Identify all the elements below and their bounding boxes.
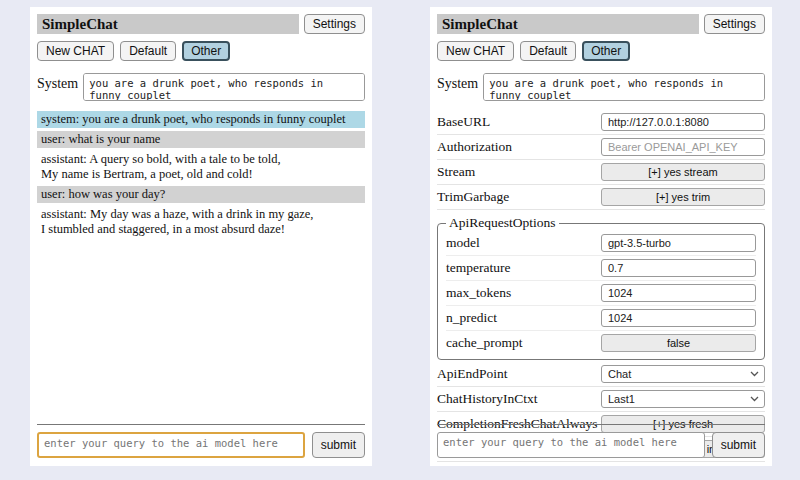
setting-row-api-endpoint: ApiEndPoint Chat bbox=[437, 362, 765, 387]
setting-label-trimgarbage: TrimGarbage bbox=[437, 189, 509, 205]
session-tab-default[interactable]: Default bbox=[520, 41, 576, 61]
setting-row-stream: Stream [+] yes stream bbox=[437, 160, 765, 185]
submit-button[interactable]: submit bbox=[312, 432, 365, 458]
chat-message-user: user: how was your day? bbox=[37, 186, 365, 203]
header: SimpleChat Settings bbox=[437, 14, 765, 34]
authorization-input[interactable] bbox=[601, 138, 765, 156]
settings-button[interactable]: Settings bbox=[304, 14, 365, 34]
system-prompt-input[interactable]: you are a drunk poet, who responds in fu… bbox=[83, 73, 365, 101]
setting-row-temperature: temperature bbox=[446, 256, 756, 281]
chat-message-assistant: assistant: My day was a haze, with a dri… bbox=[37, 206, 365, 238]
setting-label-chat-history: ChatHistoryInCtxt bbox=[437, 391, 538, 407]
header: SimpleChat Settings bbox=[37, 14, 365, 34]
setting-row-chat-history: ChatHistoryInCtxt Last1 bbox=[437, 387, 765, 412]
session-tab-other[interactable]: Other bbox=[182, 41, 230, 61]
system-prompt-row: System you are a drunk poet, who respond… bbox=[37, 73, 365, 101]
setting-label-api-endpoint: ApiEndPoint bbox=[437, 366, 508, 382]
chat-history-select[interactable]: Last1 bbox=[601, 390, 765, 408]
api-endpoint-select[interactable]: Chat bbox=[601, 365, 765, 383]
api-request-options-legend: ApiRequestOptions bbox=[446, 215, 559, 231]
app-title: SimpleChat bbox=[437, 14, 699, 34]
session-row: New CHAT Default Other bbox=[37, 41, 365, 61]
settings-panel: SimpleChat Settings New CHAT Default Oth… bbox=[430, 7, 772, 466]
session-row: New CHAT Default Other bbox=[437, 41, 765, 61]
query-bar: submit bbox=[37, 424, 365, 458]
n-predict-input[interactable] bbox=[601, 309, 756, 327]
setting-label-cache-prompt: cache_prompt bbox=[446, 335, 522, 351]
chat-message-list: system: you are a drunk poet, who respon… bbox=[37, 111, 365, 238]
setting-row-baseurl: BaseURL bbox=[437, 110, 765, 135]
query-input[interactable] bbox=[37, 432, 305, 458]
app-title: SimpleChat bbox=[37, 14, 299, 34]
new-chat-button[interactable]: New CHAT bbox=[437, 41, 514, 61]
setting-label-authorization: Authorization bbox=[437, 139, 512, 155]
chat-message-system: system: you are a drunk poet, who respon… bbox=[37, 111, 365, 128]
submit-button[interactable]: submit bbox=[712, 432, 765, 458]
setting-label-temperature: temperature bbox=[446, 260, 510, 276]
temperature-input[interactable] bbox=[601, 259, 756, 277]
chat-panel: SimpleChat Settings New CHAT Default Oth… bbox=[30, 7, 372, 466]
cache-prompt-toggle-button[interactable]: false bbox=[601, 334, 756, 352]
baseurl-input[interactable] bbox=[601, 113, 765, 131]
system-prompt-input[interactable]: you are a drunk poet, who responds in fu… bbox=[483, 73, 765, 101]
query-input[interactable] bbox=[437, 432, 705, 458]
system-prompt-row: System you are a drunk poet, who respond… bbox=[437, 73, 765, 101]
trimgarbage-toggle-button[interactable]: [+] yes trim bbox=[601, 188, 765, 206]
setting-label-model: model bbox=[446, 235, 480, 251]
settings-form: BaseURL Authorization Stream [+] yes str… bbox=[437, 110, 765, 462]
new-chat-button[interactable]: New CHAT bbox=[37, 41, 114, 61]
chat-message-user: user: what is your name bbox=[37, 131, 365, 148]
setting-label-baseurl: BaseURL bbox=[437, 114, 490, 130]
system-prompt-label: System bbox=[37, 73, 78, 92]
setting-label-n-predict: n_predict bbox=[446, 310, 497, 326]
session-tab-default[interactable]: Default bbox=[120, 41, 176, 61]
setting-row-model: model bbox=[446, 231, 756, 256]
chat-message-assistant: assistant: A query so bold, with a tale … bbox=[37, 151, 365, 183]
session-tab-other[interactable]: Other bbox=[582, 41, 630, 61]
setting-row-cache-prompt: cache_prompt false bbox=[446, 331, 756, 355]
stream-toggle-button[interactable]: [+] yes stream bbox=[601, 163, 765, 181]
setting-label-stream: Stream bbox=[437, 164, 475, 180]
setting-row-authorization: Authorization bbox=[437, 135, 765, 160]
settings-button[interactable]: Settings bbox=[704, 14, 765, 34]
system-prompt-label: System bbox=[437, 73, 478, 92]
query-bar: submit bbox=[437, 424, 765, 458]
api-request-options-fieldset: ApiRequestOptions model temperature max_… bbox=[437, 215, 765, 360]
setting-label-max-tokens: max_tokens bbox=[446, 285, 511, 301]
setting-row-max-tokens: max_tokens bbox=[446, 281, 756, 306]
model-input[interactable] bbox=[601, 234, 756, 252]
setting-row-n-predict: n_predict bbox=[446, 306, 756, 331]
setting-row-trimgarbage: TrimGarbage [+] yes trim bbox=[437, 185, 765, 210]
max-tokens-input[interactable] bbox=[601, 284, 756, 302]
